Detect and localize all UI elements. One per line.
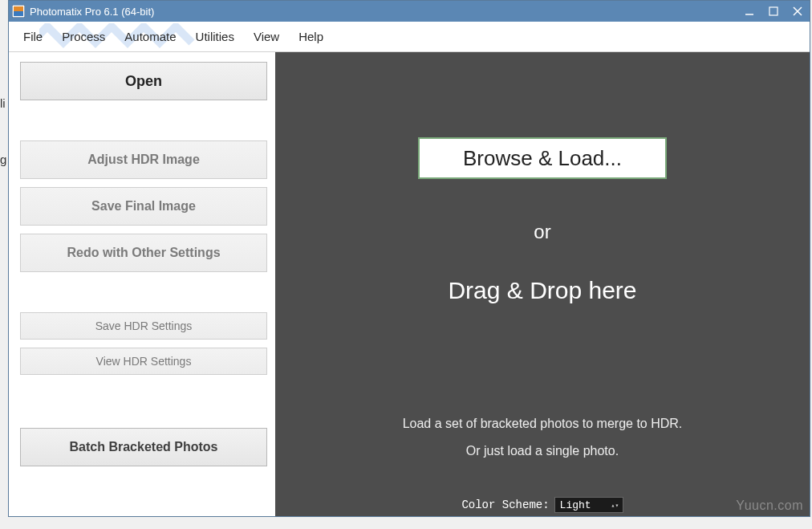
app-window: Photomatix Pro 6.1 (64-bit) File Process…: [8, 0, 810, 517]
redo-settings-button[interactable]: Redo with Other Settings: [20, 234, 267, 272]
color-scheme-row: Color Scheme: Light ▴▾: [461, 497, 623, 513]
menubar: File Process Automate Utilities View Hel…: [9, 22, 810, 52]
color-scheme-value: Light: [560, 499, 591, 511]
edge-text-2: g: [0, 153, 6, 166]
watermark-text: Yuucn.com: [736, 498, 803, 513]
save-final-image-button[interactable]: Save Final Image: [20, 187, 267, 226]
batch-bracketed-button[interactable]: Batch Bracketed Photos: [20, 428, 267, 466]
menu-help[interactable]: Help: [289, 26, 333, 47]
titlebar[interactable]: Photomatix Pro 6.1 (64-bit): [9, 1, 810, 22]
hint-line-2: Or just load a single photo.: [403, 444, 683, 458]
menu-view[interactable]: View: [244, 26, 289, 47]
adjust-hdr-button[interactable]: Adjust HDR Image: [20, 140, 267, 179]
hint-block: Load a set of bracketed photos to merge …: [403, 417, 683, 458]
color-scheme-select[interactable]: Light ▴▾: [554, 497, 623, 513]
menu-file[interactable]: File: [14, 26, 52, 47]
hint-line-1: Load a set of bracketed photos to merge …: [403, 417, 683, 431]
menu-process[interactable]: Process: [52, 26, 115, 47]
svg-rect-2: [14, 11, 23, 16]
maximize-button[interactable]: [761, 1, 786, 22]
window-title: Photomatix Pro 6.1 (64-bit): [30, 6, 737, 18]
close-button[interactable]: [786, 1, 810, 22]
app-icon: [12, 5, 25, 18]
browse-load-button[interactable]: Browse & Load...: [418, 137, 667, 179]
svg-rect-4: [769, 7, 777, 15]
main-panel[interactable]: Browse & Load... or Drag & Drop here Loa…: [275, 52, 810, 516]
edge-text-1: li: [0, 96, 6, 110]
chevron-updown-icon: ▴▾: [611, 503, 619, 507]
open-button[interactable]: Open: [20, 62, 267, 100]
menu-utilities[interactable]: Utilities: [186, 26, 244, 47]
view-hdr-settings-button[interactable]: View HDR Settings: [20, 348, 267, 375]
drag-drop-label: Drag & Drop here: [448, 277, 636, 304]
or-label: or: [534, 221, 550, 243]
minimize-button[interactable]: [737, 1, 761, 22]
menu-automate[interactable]: Automate: [115, 26, 185, 47]
sidebar: Open Adjust HDR Image Save Final Image R…: [9, 52, 275, 516]
content-area: Open Adjust HDR Image Save Final Image R…: [9, 52, 810, 516]
save-hdr-settings-button[interactable]: Save HDR Settings: [20, 312, 267, 340]
color-scheme-label: Color Scheme:: [461, 498, 549, 511]
